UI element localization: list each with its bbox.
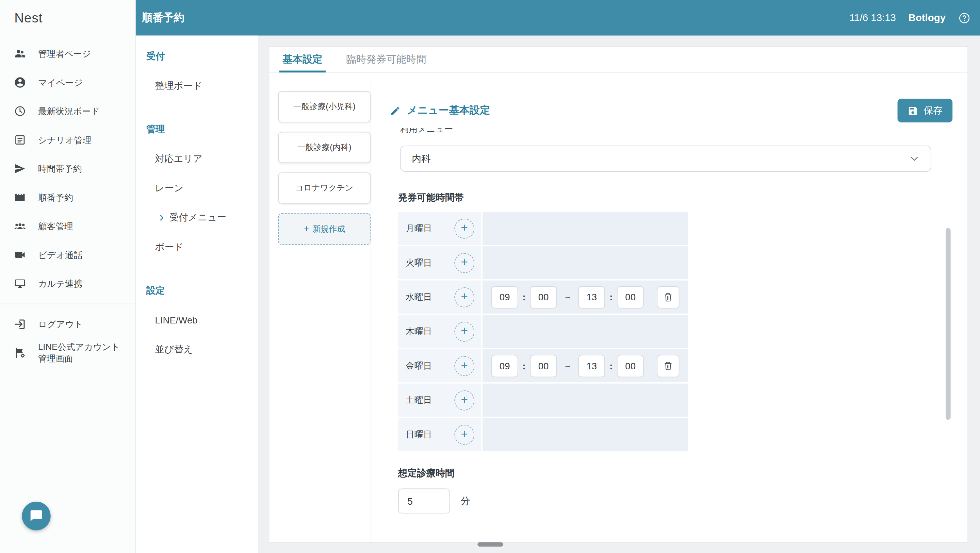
time-separator: : [609,292,612,302]
sidebar-item-label: ログアウト [38,318,83,330]
slot-start-hour-input[interactable] [492,286,518,308]
day-row: 日曜日+ [398,418,688,451]
day-label: 金曜日 [406,360,432,371]
panel-title: メニュー基本設定 [407,104,490,118]
menu-item-button[interactable]: 一般診療(内科) [278,132,371,163]
sidebar-item[interactable]: 順番予約 [0,183,135,211]
subsidebar-item[interactable]: 整理ボード [136,71,258,100]
subsidebar-item-label: 整理ボード [155,80,202,92]
work-area: 基本設定臨時発券可能時間 一般診療(小児科)一般診療(内科)コロナワクチン+新規… [258,36,980,553]
subsidebar-item[interactable]: LINE/Web [136,305,258,335]
slot-end-minute-input[interactable] [617,354,644,377]
duration-unit: 分 [461,495,470,507]
subsidebar-item[interactable]: 受付メニュー [136,203,258,232]
desktop-icon [14,278,26,290]
sidebar-item[interactable]: 最新状況ボード [0,97,135,126]
department-select[interactable]: 内科 [400,146,931,172]
sidebar-item[interactable]: 管理者ページ [0,40,135,68]
day-label: 月曜日 [406,223,432,234]
vertical-scrollbar-thumb[interactable] [946,228,951,420]
day-label: 火曜日 [406,257,432,269]
day-label: 土曜日 [406,394,432,406]
content-card: 基本設定臨時発券可能時間 一般診療(小児科)一般診療(内科)コロナワクチン+新規… [269,47,968,542]
day-row: 土曜日+ [398,384,688,416]
day-cell: 月曜日+ [398,212,481,245]
slot-start-minute-input[interactable] [530,286,557,308]
menu-item-button[interactable]: コロナワクチン [278,172,371,204]
day-row: 月曜日+ [398,212,688,245]
delete-slot-button[interactable] [657,354,679,377]
sidebar-item[interactable]: シナリオ管理 [0,126,135,154]
sidebar-item[interactable]: ビデオ通話 [0,240,135,269]
slot-end-minute-input[interactable] [617,286,644,308]
horizontal-scrollbar-thumb[interactable] [477,542,503,547]
save-button[interactable]: 保存 [898,99,953,122]
time-separator: : [523,361,526,371]
add-slot-button[interactable]: + [454,287,474,307]
sidebar-item[interactable]: マイページ [0,68,135,97]
chat-icon [29,510,43,523]
sidebar-item[interactable]: カルテ連携 [0,269,135,298]
duration-input[interactable] [398,488,450,513]
add-slot-button[interactable]: + [454,356,474,376]
sidebar-item-label: 最新状況ボード [38,105,100,117]
subsidebar-item-label: ボード [155,241,184,253]
day-label: 木曜日 [406,326,432,337]
slot-start-minute-input[interactable] [530,354,557,377]
sidebar-item-label: カルテ連携 [38,278,82,289]
tab[interactable]: 臨時発券可能時間 [345,47,427,72]
sidebar-item[interactable]: ログアウト [0,310,135,338]
chat-fab[interactable] [22,502,50,531]
left-sidebar: Nest 管理者ページマイページ最新状況ボードシナリオ管理時間帯予約順番予約顧客… [0,0,136,553]
chevron-down-icon [909,154,919,164]
help-icon[interactable] [958,11,971,24]
ticket-icon [14,191,26,204]
duration-row: 分 [398,488,953,513]
delete-slot-button[interactable] [657,286,679,308]
save-label: 保存 [924,105,943,117]
video-icon [14,249,26,261]
sidebar-item[interactable]: LINE公式アカウント 管理画面 [0,339,135,367]
subsidebar-item-label: レーン [155,182,184,194]
panel-title-row: メニュー基本設定 [390,104,490,118]
add-slot-button[interactable]: + [454,424,474,445]
clipped-field-text: 利用メニュー [400,128,953,134]
plus-icon: + [304,224,309,234]
sidebar-item-label: LINE公式アカウント 管理画面 [38,341,120,365]
add-slot-button[interactable]: + [454,218,474,238]
person-circle-icon [14,76,26,89]
subsidebar-item[interactable]: 対応エリア [136,144,258,173]
day-label: 水曜日 [406,291,432,303]
trash-icon [663,361,673,371]
sidebar-divider [0,304,135,304]
slot-end-hour-input[interactable] [578,286,605,308]
sidebar-item[interactable]: 時間帯予約 [0,154,135,183]
tab[interactable]: 基本設定 [282,47,324,72]
subsidebar-item[interactable]: レーン [136,174,258,203]
header-datetime: 11/6 13:13 [850,12,896,24]
duration-label: 想定診療時間 [398,467,953,479]
page-title: 順番予約 [142,11,185,25]
create-label: 新規作成 [313,224,345,235]
create-menu-button[interactable]: +新規作成 [278,213,371,245]
day-row: 火曜日+ [398,246,688,279]
add-slot-button[interactable]: + [454,390,474,410]
save-icon [907,105,918,116]
sidebar-item[interactable]: 顧客管理 [0,212,135,240]
subsidebar-item[interactable]: 並び替え [136,335,258,364]
subsidebar-item[interactable]: ボード [136,232,258,262]
slot-start-hour-input[interactable] [492,354,518,377]
subsidebar-section-heading: 設定 [136,276,258,305]
subsidebar-section-heading: 受付 [136,42,258,71]
day-cell: 水曜日+ [398,281,481,313]
slot-area [481,212,688,245]
day-cell: 日曜日+ [398,418,481,451]
add-slot-button[interactable]: + [454,321,474,342]
add-slot-button[interactable]: + [454,253,474,273]
slot-end-hour-input[interactable] [578,354,605,377]
subsidebar-item-label: 対応エリア [155,153,203,165]
slot-area: :~: [481,349,688,382]
day-label: 日曜日 [406,429,432,440]
chevron-right-icon [158,214,166,222]
menu-item-button[interactable]: 一般診療(小児科) [278,91,371,122]
